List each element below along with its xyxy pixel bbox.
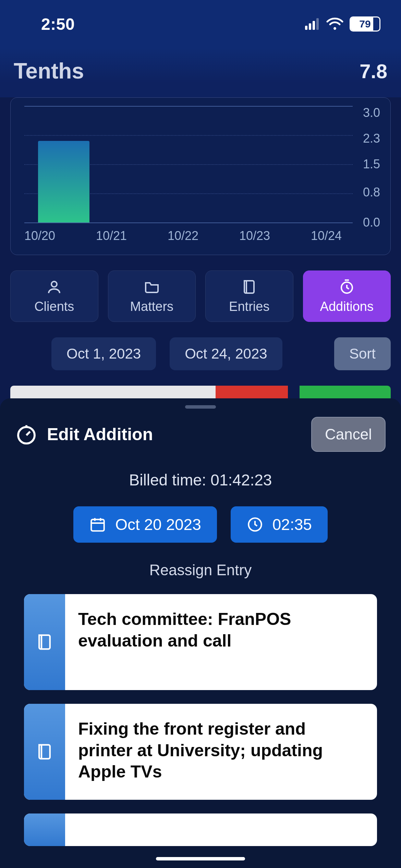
y-tick: 1.5 [363,157,380,171]
billed-time: Billed time: 01:42:23 [0,471,401,489]
x-tick: 10/23 [239,229,270,243]
tab-clients[interactable]: Clients [10,270,98,322]
status-right: 79 [305,16,380,32]
svg-rect-1 [309,23,311,30]
folder-icon [144,279,160,295]
x-tick: 10/24 [311,229,342,243]
entry-option[interactable]: Tech committee: FranPOS evaluation and c… [24,594,377,690]
time-value: 02:35 [272,515,312,534]
home-indicator[interactable] [156,857,245,860]
status-bar: 2:50 79 [0,0,401,48]
stopwatch-icon [15,423,37,445]
reassign-label: Reassign Entry [0,562,401,579]
svg-rect-2 [313,21,315,30]
status-time: 2:50 [41,15,75,34]
tab-additions[interactable]: Additions [303,270,391,322]
sheet-title: Edit Addition [47,424,153,444]
tab-label: Additions [320,299,374,314]
entry-option[interactable] [24,813,377,846]
tab-entries[interactable]: Entries [205,270,293,322]
total-tenths: 7.8 [360,60,387,83]
x-tick: 10/21 [96,229,127,243]
book-icon [241,279,257,295]
tab-label: Entries [229,299,269,314]
filter-row: Oct 1, 2023 Oct 24, 2023 Sort [0,322,401,370]
tab-label: Clients [34,299,74,314]
battery-icon: 79 [350,16,380,32]
wifi-icon [326,17,343,31]
y-tick: 2.3 [363,131,380,146]
date-value: Oct 20 2023 [115,515,201,534]
page-title: Tenths [14,58,84,84]
sheet-grabber[interactable] [185,405,216,409]
y-tick: 0.8 [363,185,380,200]
y-tick: 3.0 [363,106,380,120]
edit-addition-sheet: Edit Addition Cancel Billed time: 01:42:… [0,398,401,868]
sort-button[interactable]: Sort [334,337,391,370]
cancel-button[interactable]: Cancel [311,417,386,452]
clock-icon [246,516,264,533]
tab-matters[interactable]: Matters [108,270,196,322]
tab-label: Matters [130,299,173,314]
cellular-icon [305,18,320,30]
date-button[interactable]: Oct 20 2023 [73,506,217,543]
x-tick: 10/20 [24,229,55,243]
svg-point-4 [51,281,57,287]
svg-rect-0 [305,26,307,30]
entry-text: Tech committee: FranPOS evaluation and c… [65,594,377,690]
tenths-chart: 3.0 2.3 1.5 0.8 0.0 10/20 10/21 10/22 10… [10,97,391,255]
person-icon [46,279,62,295]
page-header: Tenths 7.8 [0,48,401,97]
svg-rect-3 [316,18,319,30]
start-date-chip[interactable]: Oct 1, 2023 [51,337,156,370]
battery-percent: 79 [351,18,379,30]
time-button[interactable]: 02:35 [231,506,328,543]
svg-rect-7 [91,519,104,531]
calendar-icon [89,516,106,533]
x-tick: 10/22 [168,229,198,243]
category-tabs: Clients Matters Entries Additions [0,255,401,322]
end-date-chip[interactable]: Oct 24, 2023 [170,337,282,370]
y-tick: 0.0 [363,215,380,230]
stopwatch-icon [339,279,355,295]
chart-bar [38,141,89,222]
entry-text: Fixing the front register and printer at… [65,704,377,800]
book-icon [35,743,54,761]
book-icon [35,633,54,651]
entry-option[interactable]: Fixing the front register and printer at… [24,704,377,800]
